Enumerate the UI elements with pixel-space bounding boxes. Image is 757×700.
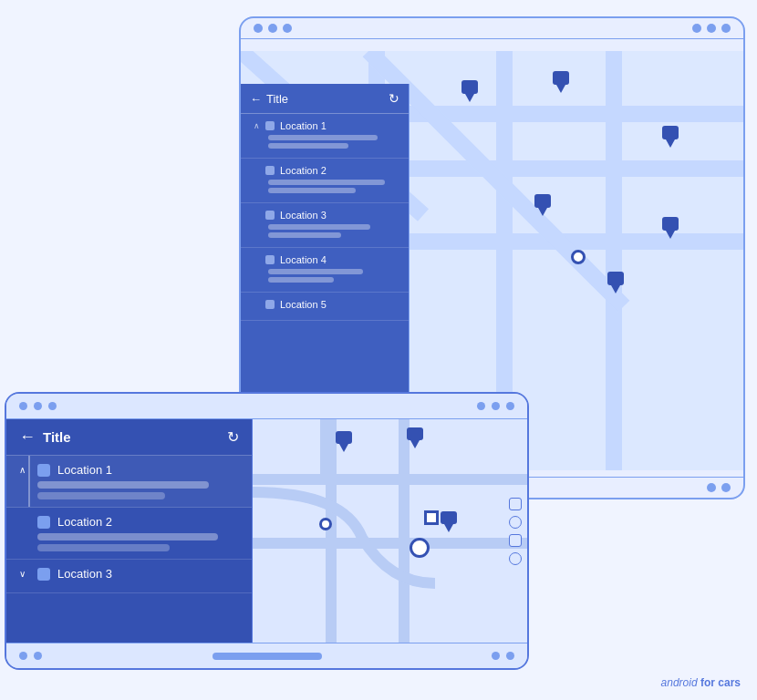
dot (477, 402, 485, 410)
dot (707, 483, 716, 492)
info-bar (37, 533, 218, 540)
top-dots-left (19, 402, 57, 410)
svg-rect-14 (336, 431, 352, 444)
svg-marker-19 (444, 524, 453, 532)
svg-marker-7 (666, 139, 675, 148)
location-label: Location 4 (280, 254, 327, 265)
circle-marker (319, 518, 332, 530)
location-list: ∧ Location 1 ∧ Location 2 (241, 114, 409, 321)
dot (692, 24, 701, 33)
svg-rect-16 (407, 427, 423, 440)
location-label: Location 2 (57, 515, 112, 529)
svg-rect-18 (441, 511, 457, 524)
dot (19, 652, 27, 660)
list-item[interactable]: ∧ Location 1 (241, 114, 409, 159)
info-bar (268, 180, 385, 185)
map-pin (660, 215, 680, 242)
dot (48, 402, 57, 410)
dot (506, 402, 514, 410)
info-bar (268, 188, 356, 193)
back-arrow-icon: ← (19, 427, 36, 447)
dot (721, 483, 731, 492)
location-name: ∧ Location 2 (254, 165, 399, 176)
dot (707, 24, 716, 33)
front-bottom-bar (6, 643, 527, 668)
map-pin (406, 427, 424, 452)
map-controls (509, 498, 522, 565)
svg-rect-12 (607, 272, 624, 285)
info-bar (268, 232, 341, 238)
dot (492, 652, 500, 660)
info-bar (268, 135, 378, 140)
list-item[interactable]: ∧ Location 2 (6, 508, 252, 560)
location-label: Location 3 (280, 210, 327, 221)
panel-title: Title (266, 92, 288, 106)
expand-indicator (28, 456, 30, 507)
info-bar (37, 544, 170, 551)
front-panel: ← Title ↻ ∧ Location 1 (6, 419, 253, 643)
map-pin (335, 430, 353, 456)
refresh-button[interactable]: ↻ (389, 91, 399, 106)
dot (506, 652, 514, 660)
front-back-button[interactable]: ← Title (19, 427, 71, 447)
svg-rect-8 (534, 194, 551, 208)
front-panel-title: Title (43, 429, 71, 445)
list-item[interactable]: ∧ Location 1 (6, 456, 252, 508)
nav-pill (213, 653, 322, 660)
info-bar (268, 143, 348, 149)
info-bar (268, 269, 363, 274)
control-button[interactable] (509, 498, 522, 510)
dot (492, 402, 500, 410)
map-pin (440, 510, 458, 536)
top-dots-right (477, 402, 514, 410)
bottom-dots-right (707, 483, 731, 492)
brand-suffix: for cars (700, 676, 741, 689)
svg-marker-9 (538, 208, 547, 216)
control-button[interactable] (509, 534, 522, 547)
location-icon (37, 568, 50, 581)
circle-marker-large (410, 538, 430, 558)
location-icon (265, 121, 275, 130)
back-button[interactable]: ← Title (250, 92, 288, 106)
svg-rect-10 (662, 217, 679, 231)
roads-svg (253, 419, 527, 643)
list-item[interactable]: ∨ Location 3 (6, 560, 252, 593)
list-item[interactable]: ∧ Location 2 (241, 159, 409, 203)
location-name: ∧ Location 5 (254, 299, 399, 310)
map-pin (460, 78, 480, 106)
front-refresh-button[interactable]: ↻ (227, 428, 239, 446)
svg-marker-5 (556, 85, 565, 93)
chevron-down-icon: ∨ (19, 569, 30, 579)
location-name: ∧ Location 1 (254, 120, 399, 131)
square-marker (424, 510, 439, 525)
list-item[interactable]: ∧ Location 3 (241, 203, 409, 248)
svg-rect-2 (461, 80, 478, 94)
location-name: ∧ Location 3 (254, 210, 399, 221)
svg-rect-4 (553, 71, 569, 85)
front-top-bar (6, 394, 527, 419)
location-icon (265, 255, 275, 264)
svg-marker-3 (465, 94, 474, 102)
brand-android: android (661, 676, 698, 689)
dot (254, 24, 263, 33)
location-label: Location 1 (57, 463, 112, 477)
location-icon (37, 464, 50, 477)
svg-marker-13 (611, 285, 620, 293)
location-label: Location 2 (280, 165, 327, 176)
map-pin (551, 69, 571, 97)
list-item[interactable]: ∧ Location 5 (241, 293, 409, 321)
svg-marker-17 (410, 440, 420, 448)
chevron-icon: ∧ (19, 517, 30, 527)
location-name: ∧ Location 4 (254, 254, 399, 265)
control-button[interactable] (509, 516, 522, 529)
map-pin (660, 124, 680, 151)
list-item[interactable]: ∧ Location 4 (241, 248, 409, 293)
dot (34, 652, 42, 660)
loc-row-header: ∧ Location 2 (19, 515, 239, 529)
control-button[interactable] (509, 552, 522, 565)
back-device-top-bar (241, 18, 743, 39)
back-device-panel: ← Title ↻ ∧ Location 1 (241, 84, 410, 443)
svg-rect-6 (662, 126, 679, 139)
dot (268, 24, 277, 33)
front-content-area: ← Title ↻ ∧ Location 1 (6, 419, 527, 643)
